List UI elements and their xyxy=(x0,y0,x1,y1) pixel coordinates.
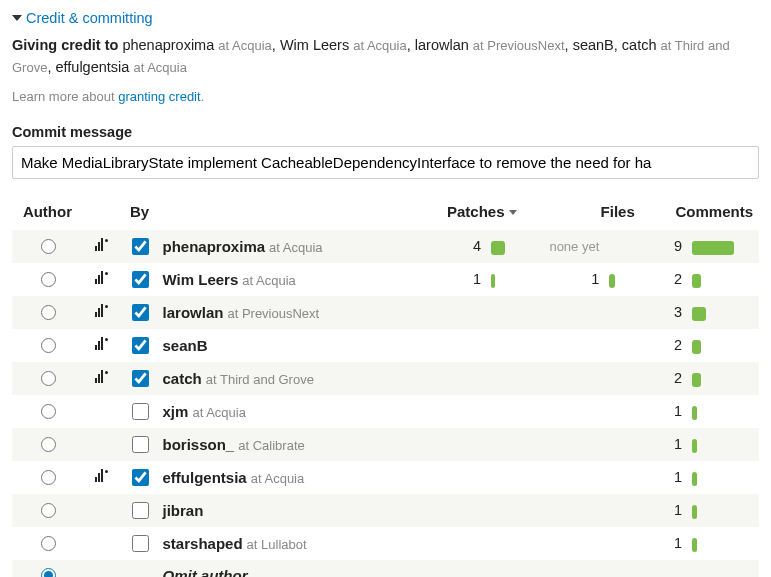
by-checkbox[interactable] xyxy=(132,502,149,519)
header-patches[interactable]: Patches xyxy=(430,197,522,230)
by-checkbox[interactable] xyxy=(132,238,149,255)
table-row: xjm at Acquia1 xyxy=(12,395,759,428)
user-name[interactable]: starshaped xyxy=(163,535,243,552)
comments-count: 2 xyxy=(641,362,688,395)
header-files[interactable]: Files xyxy=(523,197,641,230)
author-radio[interactable] xyxy=(41,371,56,386)
patches-count xyxy=(430,296,487,329)
by-checkbox[interactable] xyxy=(132,535,149,552)
header-comments[interactable]: Comments xyxy=(641,197,759,230)
omit-author-radio[interactable] xyxy=(41,568,56,577)
credited-org: at Acquia xyxy=(353,38,407,53)
author-radio[interactable] xyxy=(41,239,56,254)
patches-count xyxy=(430,362,487,395)
by-checkbox[interactable] xyxy=(132,370,149,387)
user-name[interactable]: larowlan xyxy=(163,304,224,321)
by-checkbox[interactable] xyxy=(132,436,149,453)
chevron-down-icon xyxy=(12,15,22,21)
user-org: at Acquia xyxy=(251,471,305,486)
by-checkbox[interactable] xyxy=(132,469,149,486)
credited-icon xyxy=(95,338,108,350)
files-count xyxy=(523,428,606,461)
patches-count: 1 xyxy=(430,263,487,296)
author-radio[interactable] xyxy=(41,305,56,320)
credit-collapsible-title[interactable]: Credit & committing xyxy=(26,10,153,26)
author-radio[interactable] xyxy=(41,338,56,353)
credited-icon xyxy=(95,239,108,251)
user-name[interactable]: catch xyxy=(163,370,202,387)
comments-count: 1 xyxy=(641,395,688,428)
files-count xyxy=(523,494,606,527)
credit-collapsible-header[interactable]: Credit & committing xyxy=(12,10,759,26)
author-radio[interactable] xyxy=(41,470,56,485)
user-name[interactable]: xjm xyxy=(163,403,189,420)
user-name[interactable]: borisson_ xyxy=(163,436,235,453)
patches-count xyxy=(430,329,487,362)
comments-count: 2 xyxy=(641,263,688,296)
stat-bar xyxy=(491,274,495,288)
stat-bar xyxy=(692,472,697,486)
header-name xyxy=(159,197,431,230)
credited-user: effulgentsia xyxy=(55,59,129,75)
by-checkbox[interactable] xyxy=(132,403,149,420)
header-author[interactable]: Author xyxy=(12,197,83,230)
by-checkbox[interactable] xyxy=(132,337,149,354)
author-radio[interactable] xyxy=(41,404,56,419)
stat-bar xyxy=(692,373,701,387)
user-org: at Calibrate xyxy=(238,438,304,453)
table-row: seanB2 xyxy=(12,329,759,362)
author-radio[interactable] xyxy=(41,437,56,452)
table-row: catch at Third and Grove2 xyxy=(12,362,759,395)
comments-count: 1 xyxy=(641,527,688,560)
credited-icon xyxy=(95,272,108,284)
patches-count xyxy=(430,428,487,461)
files-count: none yet xyxy=(523,230,606,263)
credit-prefix: Giving credit to xyxy=(12,37,118,53)
granting-credit-link[interactable]: granting credit xyxy=(118,89,200,104)
omit-author-row: Omit author xyxy=(12,560,759,577)
comments-count: 1 xyxy=(641,494,688,527)
files-count xyxy=(523,296,606,329)
user-name[interactable]: Wim Leers xyxy=(163,271,239,288)
credited-icon xyxy=(95,305,108,317)
table-row: starshaped at Lullabot1 xyxy=(12,527,759,560)
table-row: larowlan at PreviousNext3 xyxy=(12,296,759,329)
user-name[interactable]: effulgentsia xyxy=(163,469,247,486)
user-name[interactable]: seanB xyxy=(163,337,208,354)
files-count: 1 xyxy=(523,263,606,296)
author-radio[interactable] xyxy=(41,272,56,287)
user-org: at Lullabot xyxy=(247,537,307,552)
learn-prefix: Learn more about xyxy=(12,89,118,104)
files-none: none yet xyxy=(549,239,599,254)
user-name[interactable]: jibran xyxy=(163,502,204,519)
credited-icon xyxy=(95,470,108,482)
files-count xyxy=(523,461,606,494)
user-name[interactable]: phenaproxima xyxy=(163,238,266,255)
stat-bar xyxy=(692,538,697,552)
author-radio[interactable] xyxy=(41,536,56,551)
by-checkbox[interactable] xyxy=(132,304,149,321)
commit-message-input[interactable] xyxy=(12,146,759,179)
header-by[interactable]: By xyxy=(121,197,159,230)
table-row: effulgentsia at Acquia1 xyxy=(12,461,759,494)
files-count xyxy=(523,527,606,560)
stat-bar xyxy=(692,241,734,255)
sort-caret-icon xyxy=(509,210,517,215)
credited-user: phenaproxima xyxy=(122,37,214,53)
credited-user: larowlan xyxy=(415,37,469,53)
learn-more: Learn more about granting credit. xyxy=(12,89,759,104)
user-org: at Acquia xyxy=(242,273,296,288)
by-checkbox[interactable] xyxy=(132,271,149,288)
user-org: at Acquia xyxy=(192,405,246,420)
author-radio[interactable] xyxy=(41,503,56,518)
files-count xyxy=(523,362,606,395)
stat-bar xyxy=(609,274,615,288)
patches-count xyxy=(430,527,487,560)
table-row: phenaproxima at Acquia4none yet9 xyxy=(12,230,759,263)
stat-bar xyxy=(692,340,701,354)
header-credited xyxy=(83,197,121,230)
credited-org: at Acquia xyxy=(218,38,272,53)
omit-author-label: Omit author xyxy=(163,567,248,577)
credited-user: seanB xyxy=(573,37,614,53)
stat-bar xyxy=(692,307,706,321)
